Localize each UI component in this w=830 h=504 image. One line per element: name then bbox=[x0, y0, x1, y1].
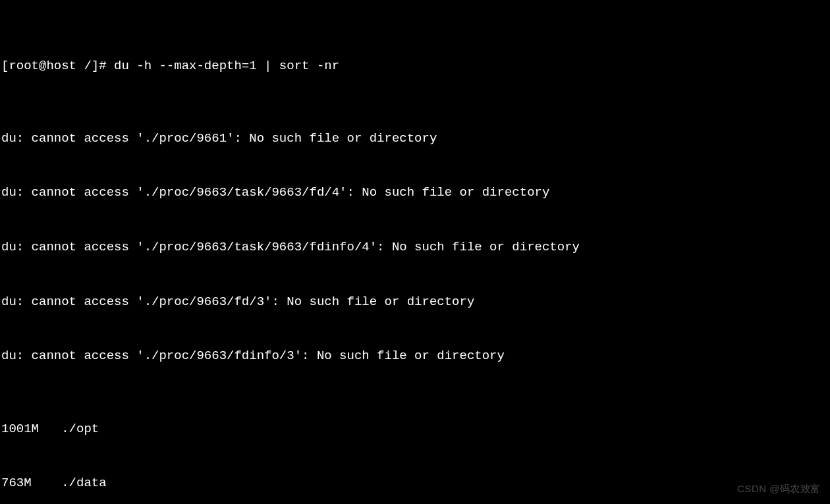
watermark: CSDN @码农致富 bbox=[737, 482, 821, 496]
command-line: [root@host /]# du -h --max-depth=1 | sor… bbox=[1, 57, 829, 76]
entry-size: 1001M bbox=[1, 420, 61, 439]
command-text: du -h --max-depth=1 | sort -nr bbox=[114, 59, 339, 73]
entry-path: ./opt bbox=[61, 420, 99, 439]
error-line: du: cannot access './proc/9663/fdinfo/3'… bbox=[1, 347, 829, 366]
error-line: du: cannot access './proc/9663/task/9663… bbox=[1, 184, 829, 202]
error-line: du: cannot access './proc/9663/task/9663… bbox=[1, 238, 829, 257]
entry-size: 763M bbox=[1, 474, 61, 493]
prompt-prefix: [root@host /]# bbox=[1, 59, 114, 73]
du-entry: 763M./data bbox=[1, 474, 829, 493]
error-line: du: cannot access './proc/9661': No such… bbox=[1, 130, 829, 148]
du-entry: 1001M./opt bbox=[1, 420, 829, 439]
error-line: du: cannot access './proc/9663/fd/3': No… bbox=[1, 293, 829, 312]
terminal[interactable]: [root@host /]# du -h --max-depth=1 | sor… bbox=[1, 3, 829, 504]
entry-path: ./data bbox=[61, 474, 106, 493]
